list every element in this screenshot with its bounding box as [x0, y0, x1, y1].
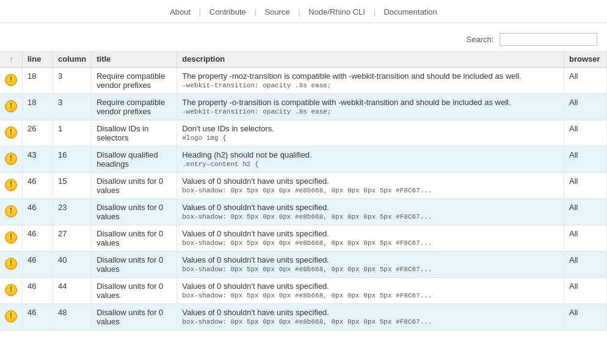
warning-cell: [0, 199, 23, 225]
line-cell: 46: [23, 173, 53, 199]
search-bar: Search:: [0, 29, 607, 51]
title-cell: Disallow units for 0 values: [92, 252, 177, 278]
description-cell: Values of 0 shouldn't have units specifi…: [177, 173, 564, 199]
warning-icon: [5, 153, 17, 165]
description-text: Values of 0 shouldn't have units specifi…: [182, 177, 329, 186]
warning-cell: [0, 252, 23, 278]
table-header: ↑ line column title description browser: [0, 51, 607, 68]
column-cell: 23: [53, 199, 92, 225]
browser-cell: All: [564, 278, 607, 304]
column-cell: 15: [53, 173, 92, 199]
line-cell: 46: [23, 304, 53, 330]
warning-icon: [5, 310, 17, 322]
warning-cell: [0, 225, 23, 252]
title-cell: Require compatible vendor prefixes: [92, 94, 177, 120]
column-cell: 40: [53, 252, 92, 278]
line-cell: 18: [23, 94, 53, 120]
description-code: box-shadow: 0px 5px 0px 0px #e8b668, 0px…: [182, 292, 559, 299]
nav-cli[interactable]: Node/Rhino CLI: [302, 7, 371, 16]
search-input[interactable]: [500, 33, 597, 46]
description-cell: Don't use IDs in selectors.#logo img {: [177, 120, 564, 147]
nav-sep-2: |: [254, 7, 256, 16]
table-row: 183Require compatible vendor prefixesThe…: [0, 94, 607, 120]
col-header-line[interactable]: line: [23, 51, 53, 68]
nav-source[interactable]: Source: [258, 7, 296, 16]
line-cell: 46: [23, 278, 53, 304]
description-cell: Values of 0 shouldn't have units specifi…: [177, 225, 564, 252]
col-header-description[interactable]: description: [177, 51, 564, 68]
table-row: 183Require compatible vendor prefixesThe…: [0, 68, 607, 94]
nav-sep-3: |: [298, 7, 300, 16]
col-header-title[interactable]: title: [92, 51, 177, 68]
description-cell: Values of 0 shouldn't have units specifi…: [177, 278, 564, 304]
warning-cell: [0, 278, 23, 304]
warning-cell: [0, 304, 23, 330]
browser-cell: All: [564, 173, 607, 199]
warning-cell: [0, 173, 23, 199]
description-cell: Heading (h2) should not be qualified..en…: [177, 147, 564, 173]
warning-icon: [5, 74, 17, 86]
description-text: The property -moz-transition is compatib…: [182, 71, 522, 81]
description-code: box-shadow: 0px 5px 0px 0px #e8b668, 0px…: [182, 187, 559, 194]
warning-cell: [0, 68, 23, 94]
warning-cell: [0, 147, 23, 173]
description-code: -webkit-transition: opacity .8s ease;: [182, 108, 559, 115]
column-cell: 1: [53, 120, 92, 147]
column-cell: 3: [53, 68, 92, 94]
warning-icon: [5, 258, 17, 270]
warning-cell: [0, 120, 23, 147]
description-code: box-shadow: 0px 5px 0px 0px #e8b668, 0px…: [182, 318, 559, 326]
col-header-column[interactable]: column: [53, 51, 92, 68]
description-text: Values of 0 shouldn't have units specifi…: [182, 282, 329, 291]
description-text: The property -o-transition is compatible…: [182, 98, 511, 107]
title-cell: Require compatible vendor prefixes: [92, 68, 177, 94]
nav-contribute[interactable]: Contribute: [203, 7, 252, 16]
warning-icon: [5, 179, 17, 191]
browser-cell: All: [564, 199, 607, 225]
table-row: 4627Disallow units for 0 valuesValues of…: [0, 225, 607, 252]
table-row: 4316Disallow qualified headingsHeading (…: [0, 147, 607, 173]
nav-documentation[interactable]: Documentation: [377, 7, 443, 16]
description-code: .entry-content h2 {: [182, 161, 559, 168]
column-cell: 3: [53, 94, 92, 120]
warning-icon: [5, 100, 17, 112]
title-cell: Disallow units for 0 values: [92, 199, 177, 225]
table-row: 261Disallow IDs in selectorsDon't use ID…: [0, 120, 607, 147]
column-cell: 48: [53, 304, 92, 330]
description-cell: Values of 0 shouldn't have units specifi…: [177, 304, 564, 330]
warning-icon: [5, 284, 17, 296]
browser-cell: All: [564, 147, 607, 173]
description-cell: The property -o-transition is compatible…: [177, 94, 564, 120]
description-text: Values of 0 shouldn't have units specifi…: [182, 308, 329, 317]
column-cell: 44: [53, 278, 92, 304]
description-text: Values of 0 shouldn't have units specifi…: [182, 229, 329, 238]
title-cell: Disallow units for 0 values: [92, 225, 177, 252]
column-cell: 16: [53, 147, 92, 173]
browser-cell: All: [564, 120, 607, 147]
col-header-icon[interactable]: ↑: [0, 51, 23, 68]
description-cell: The property -moz-transition is compatib…: [177, 68, 564, 94]
col-header-browser[interactable]: browser: [564, 51, 607, 68]
title-cell: Disallow units for 0 values: [92, 304, 177, 330]
title-cell: Disallow units for 0 values: [92, 278, 177, 304]
browser-cell: All: [564, 68, 607, 94]
table-row: 4640Disallow units for 0 valuesValues of…: [0, 252, 607, 278]
description-code: box-shadow: 0px 5px 0px 0px #e8b668, 0px…: [182, 239, 559, 247]
line-cell: 46: [23, 225, 53, 252]
title-cell: Disallow IDs in selectors: [92, 120, 177, 147]
title-cell: Disallow units for 0 values: [92, 173, 177, 199]
description-cell: Values of 0 shouldn't have units specifi…: [177, 199, 564, 225]
nav-about[interactable]: About: [164, 7, 197, 16]
warning-icon: [5, 205, 17, 217]
warning-icon: [5, 126, 17, 139]
warning-icon: [5, 231, 17, 244]
browser-cell: All: [564, 225, 607, 252]
nav-sep-4: |: [373, 7, 375, 16]
column-cell: 27: [53, 225, 92, 252]
results-table: ↑ line column title description browser …: [0, 51, 607, 330]
warning-cell: [0, 94, 23, 120]
table-row: 4644Disallow units for 0 valuesValues of…: [0, 278, 607, 304]
title-cell: Disallow qualified headings: [92, 147, 177, 173]
browser-cell: All: [564, 304, 607, 330]
description-text: Don't use IDs in selectors.: [182, 124, 274, 133]
